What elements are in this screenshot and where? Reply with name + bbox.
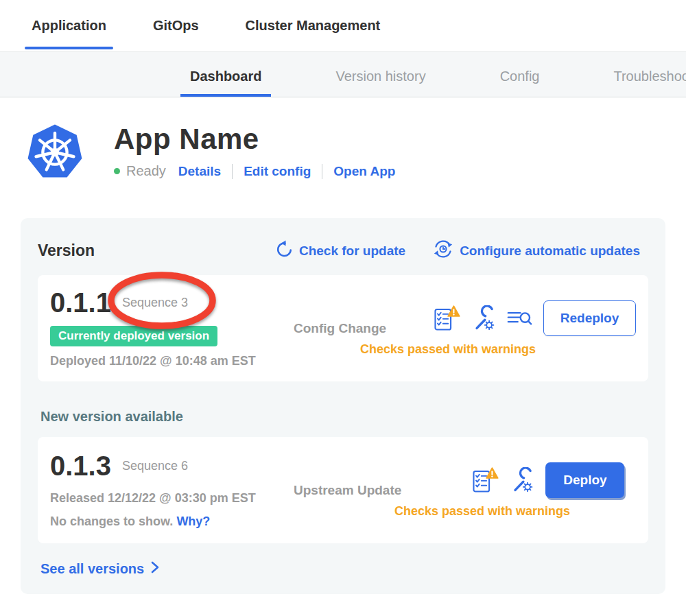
- current-version-sequence: Sequence 3: [122, 296, 188, 310]
- app-dashboard-page: Application GitOps Cluster Management Da…: [0, 0, 686, 616]
- check-for-update-link[interactable]: Check for update: [275, 240, 405, 262]
- why-link[interactable]: Why?: [176, 514, 210, 528]
- chevron-right-icon: [151, 561, 159, 577]
- check-for-update-label: Check for update: [299, 244, 405, 259]
- new-version-source-type: Upstream Update: [294, 483, 414, 498]
- edit-config-wrench-icon[interactable]: [510, 467, 534, 493]
- tab-config[interactable]: Config: [490, 69, 549, 97]
- divider: [232, 164, 233, 179]
- app-status-row: Ready Details Edit config Open App: [114, 163, 395, 179]
- new-checks-status: Checks passed with warnings: [394, 504, 570, 519]
- current-version-source-type: Config Change: [294, 321, 414, 336]
- configure-automatic-updates-label: Configure automatic updates: [460, 244, 640, 259]
- nav-application[interactable]: Application: [25, 18, 113, 51]
- see-all-versions-link[interactable]: See all versions: [40, 561, 159, 577]
- nav-gitops[interactable]: GitOps: [146, 18, 206, 51]
- current-version-card: 0.1.1 Sequence 3 Currently deployed vers…: [38, 275, 648, 381]
- preflight-checks-warning-icon[interactable]: [433, 305, 460, 332]
- currently-deployed-badge: Currently deployed version: [50, 326, 217, 346]
- redeploy-button[interactable]: Redeploy: [543, 300, 636, 336]
- kubernetes-logo-icon: [25, 122, 85, 182]
- tab-dashboard[interactable]: Dashboard: [180, 69, 271, 97]
- primary-nav: Application GitOps Cluster Management: [0, 0, 686, 52]
- version-panel: Version Check for update: [21, 218, 665, 594]
- details-link[interactable]: Details: [178, 164, 221, 179]
- scheduled-sync-icon: [433, 239, 453, 263]
- configure-automatic-updates-link[interactable]: Configure automatic updates: [433, 239, 640, 263]
- new-version-info: 0.1.3 Sequence 6 Released 12/12/22 @ 03:…: [50, 451, 294, 529]
- divider: [322, 164, 322, 179]
- tab-troubleshoot[interactable]: Troubleshoot: [604, 69, 686, 97]
- view-diff-magnifier-icon[interactable]: [507, 309, 532, 327]
- current-checks-status: Checks passed with warnings: [360, 342, 536, 357]
- new-version-card: 0.1.3 Sequence 6 Released 12/12/22 @ 03:…: [38, 437, 648, 543]
- released-timestamp: Released 12/12/22 @ 03:30 pm EST: [50, 491, 294, 506]
- app-header: App Name Ready Details Edit config Open …: [25, 122, 686, 182]
- see-all-versions-label: See all versions: [40, 561, 144, 577]
- app-name-title: App Name: [114, 123, 395, 155]
- refresh-icon: [275, 240, 293, 262]
- new-version-heading: New version available: [40, 409, 648, 425]
- deployed-timestamp: Deployed 11/10/22 @ 10:48 am EST: [50, 354, 294, 368]
- current-version-number: 0.1.1: [50, 288, 111, 317]
- new-version-sequence: Sequence 6: [122, 459, 188, 473]
- new-version-number: 0.1.3: [50, 451, 111, 480]
- version-panel-title: Version: [38, 241, 95, 260]
- nav-cluster-management[interactable]: Cluster Management: [239, 18, 388, 51]
- no-changes-text: No changes to show.: [50, 514, 173, 528]
- deploy-button[interactable]: Deploy: [545, 462, 624, 498]
- tab-version-history[interactable]: Version history: [326, 69, 435, 97]
- version-panel-header: Version Check for update: [38, 239, 648, 263]
- open-app-link[interactable]: Open App: [333, 164, 395, 179]
- app-tabs-nav: Dashboard Version history Config Trouble…: [0, 52, 686, 97]
- preflight-checks-warning-icon[interactable]: [471, 466, 499, 494]
- edit-config-link[interactable]: Edit config: [244, 164, 311, 179]
- app-status-text: Ready: [126, 163, 166, 179]
- current-version-info: 0.1.1 Sequence 3 Currently deployed vers…: [50, 288, 294, 368]
- edit-config-wrench-icon[interactable]: [471, 305, 496, 331]
- ready-status-dot-icon: [114, 168, 120, 174]
